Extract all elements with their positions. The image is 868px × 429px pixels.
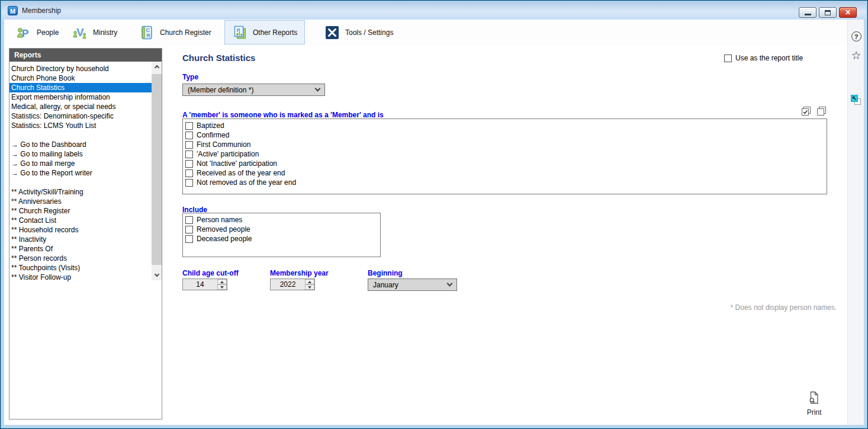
- tab-church-register[interactable]: C R Church Register: [136, 21, 215, 44]
- scroll-down-icon[interactable]: [152, 270, 162, 280]
- close-button[interactable]: ✕: [839, 7, 857, 18]
- help-button[interactable]: ?: [848, 31, 864, 41]
- scrollbar-thumb[interactable]: [152, 74, 162, 265]
- option-checkbox[interactable]: [185, 132, 193, 139]
- report-list-item[interactable]: ** Touchpoints (Visits): [9, 263, 152, 273]
- print-button[interactable]: Print: [796, 391, 832, 417]
- spin-up-button[interactable]: [305, 279, 314, 284]
- option-checkbox[interactable]: [185, 122, 193, 130]
- member-definition-option[interactable]: Confirmed: [185, 130, 827, 140]
- option-checkbox[interactable]: [185, 141, 193, 149]
- report-list-item[interactable]: [9, 130, 152, 140]
- report-list-item[interactable]: ** Inactivity: [9, 235, 152, 244]
- tab-label: People: [37, 28, 59, 37]
- option-checkbox[interactable]: [185, 235, 193, 243]
- include-option[interactable]: Person names: [185, 215, 380, 225]
- reports-sidebar: Reports Church Directory by householdChu…: [9, 48, 162, 420]
- report-list-item[interactable]: Statistics: LCMS Youth List: [9, 121, 152, 130]
- close-icon: ✕: [845, 8, 851, 17]
- tab-people[interactable]: P People: [12, 21, 62, 44]
- option-checkbox[interactable]: [185, 216, 193, 224]
- include-listbox: Person names Removed people Deceased peo…: [182, 213, 381, 257]
- tab-ministry[interactable]: V Ministry: [69, 21, 121, 44]
- report-list-item[interactable]: ** Activity/Skill/Training: [9, 187, 152, 197]
- include-option[interactable]: Deceased people: [185, 234, 380, 244]
- scroll-up-icon[interactable]: [152, 62, 162, 72]
- option-label: Received as of the year end: [197, 169, 285, 177]
- report-list-item[interactable]: Medical, allergy, or special needs: [9, 102, 152, 111]
- membership-year-stepper[interactable]: 2022: [270, 278, 315, 290]
- member-definition-option[interactable]: Baptized: [185, 121, 827, 130]
- member-definition-option[interactable]: First Communion: [185, 140, 827, 149]
- member-definition-option[interactable]: Not removed as of the year end: [185, 178, 827, 187]
- child-age-cutoff-stepper[interactable]: 14: [182, 278, 227, 290]
- chevron-down-icon: [315, 86, 321, 92]
- report-list-item[interactable]: ** Household records: [9, 225, 152, 235]
- report-list-item[interactable]: Export membership information: [9, 92, 152, 102]
- member-definition-option[interactable]: Not 'Inactive' participation: [185, 159, 827, 168]
- beginning-dropdown[interactable]: January: [368, 278, 457, 291]
- report-list-item[interactable]: → Go to the Dashboard: [9, 140, 152, 149]
- report-list-item[interactable]: [9, 178, 152, 187]
- option-checkbox[interactable]: [185, 169, 193, 177]
- tab-other-reports[interactable]: R Other Reports: [224, 20, 305, 44]
- spin-down-button[interactable]: [305, 284, 314, 290]
- option-label: Removed people: [197, 225, 250, 233]
- child-age-cutoff-value[interactable]: 14: [183, 279, 217, 290]
- check-all-icon[interactable]: [801, 106, 811, 116]
- report-list-item[interactable]: → Go to mailing labels: [9, 149, 152, 159]
- report-list-item[interactable]: Church Directory by household: [9, 64, 152, 73]
- spin-down-icon: [308, 286, 311, 289]
- popout-button[interactable]: [848, 95, 864, 105]
- option-checkbox[interactable]: [185, 179, 193, 187]
- page-title: Church Statistics: [182, 53, 255, 63]
- tab-tools-settings[interactable]: Tools / Settings: [321, 21, 397, 44]
- option-checkbox[interactable]: [185, 151, 193, 158]
- option-checkbox[interactable]: [185, 160, 193, 168]
- spin-down-button[interactable]: [217, 284, 227, 290]
- uncheck-all-icon[interactable]: [816, 106, 827, 116]
- option-checkbox[interactable]: [185, 226, 193, 233]
- reports-list: Church Directory by householdChurch Phon…: [9, 62, 152, 419]
- member-definition-option[interactable]: Received as of the year end: [185, 168, 827, 178]
- spin-up-button[interactable]: [217, 279, 227, 284]
- minimize-icon: [805, 14, 811, 15]
- maximize-button[interactable]: [819, 7, 837, 18]
- report-list-item[interactable]: → Go to mail merge: [9, 159, 152, 168]
- print-label: Print: [796, 408, 832, 417]
- favorite-button[interactable]: ☆: [848, 50, 864, 61]
- title-bar: M Membership ✕: [2, 2, 866, 20]
- report-list-item[interactable]: ** Person records: [9, 254, 152, 263]
- report-list-item[interactable]: ** Visitor Follow-up: [9, 273, 152, 282]
- option-label: Confirmed: [197, 131, 229, 139]
- report-list-item[interactable]: Church Statistics: [9, 83, 152, 92]
- window-title: Membership: [22, 7, 61, 15]
- include-option[interactable]: Removed people: [185, 225, 380, 234]
- report-list-item[interactable]: Statistics: Denomination-specific: [9, 111, 152, 121]
- spin-down-icon: [220, 286, 224, 289]
- minimize-button[interactable]: [799, 7, 816, 18]
- app-window: M Membership ✕ P People V: [0, 0, 868, 429]
- report-list-item[interactable]: ** Church Register: [9, 206, 152, 216]
- membership-year-value[interactable]: 2022: [271, 279, 305, 290]
- type-value: (Member definition *): [188, 86, 253, 94]
- member-definition-option[interactable]: 'Active' participation: [185, 149, 827, 159]
- use-as-report-title-option[interactable]: Use as the report title: [724, 54, 803, 62]
- report-list-item[interactable]: ** Anniversaries: [9, 197, 152, 206]
- tab-label: Other Reports: [253, 28, 297, 37]
- type-dropdown[interactable]: (Member definition *): [182, 84, 325, 96]
- member-definition-label: A 'member' is someone who is marked as a…: [182, 111, 384, 119]
- membership-year-label: Membership year: [270, 269, 329, 277]
- help-icon: ?: [851, 31, 861, 41]
- option-label: Deceased people: [197, 235, 252, 243]
- report-list-item[interactable]: → Go to the Report writer: [9, 168, 152, 178]
- type-label: Type: [182, 73, 198, 81]
- report-list-item[interactable]: Church Phone Book: [9, 73, 152, 83]
- footnote: * Does not display person names.: [731, 303, 837, 312]
- sidebar-scrollbar[interactable]: [152, 62, 162, 280]
- option-label: Not 'Inactive' participation: [197, 159, 277, 168]
- reports-header: Reports: [9, 49, 162, 62]
- use-as-report-title-checkbox[interactable]: [724, 55, 732, 62]
- report-list-item[interactable]: ** Parents Of: [9, 244, 152, 254]
- report-list-item[interactable]: ** Contact List: [9, 216, 152, 225]
